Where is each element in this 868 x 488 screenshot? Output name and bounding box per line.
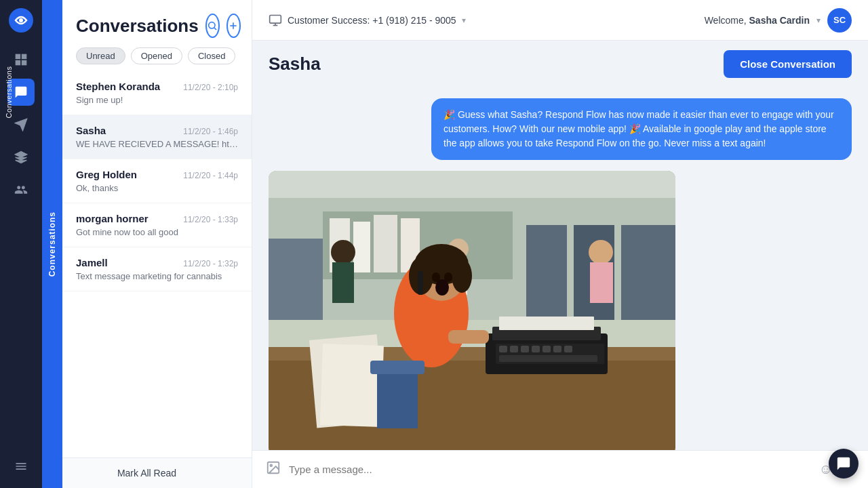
- svg-point-32: [589, 240, 613, 264]
- message-preview: Text message marketing for cannabis: [76, 271, 238, 281]
- svg-rect-51: [521, 346, 529, 352]
- svg-rect-60: [370, 361, 425, 374]
- svg-rect-29: [332, 262, 354, 303]
- message-preview: WE HAVE RECIEVED A MESSAGE! https://app-…: [76, 139, 238, 149]
- message-time: 11/2/20 - 1:46p: [183, 127, 238, 136]
- svg-rect-2: [16, 55, 20, 59]
- svg-rect-61: [377, 374, 418, 428]
- tab-closed[interactable]: Closed: [188, 47, 235, 64]
- user-chevron-icon[interactable]: ▾: [816, 16, 821, 25]
- conversations-header: Conversations: [62, 0, 252, 38]
- monitor-icon: [269, 14, 282, 27]
- message-time: 11/2/20 - 2:10p: [183, 83, 238, 92]
- sidebar-item-layers[interactable]: [7, 144, 35, 171]
- svg-rect-26: [374, 215, 397, 272]
- svg-marker-7: [16, 119, 27, 131]
- conversation-tabs: Unread Opened Closed: [62, 38, 252, 71]
- svg-rect-18: [269, 171, 675, 198]
- message-time: 11/2/20 - 1:33p: [183, 215, 238, 224]
- message-bubble: 🎉 Guess what Sasha? Respond Flow has now…: [431, 98, 852, 160]
- svg-rect-52: [532, 346, 540, 352]
- conversation-item[interactable]: Sasha 11/2/20 - 1:46p WE HAVE RECIEVED A…: [62, 115, 252, 159]
- message-time: 11/2/20 - 1:32p: [183, 259, 238, 268]
- welcome-text: Welcome, Sasha Cardin: [705, 15, 810, 26]
- contact-name: Sasha: [76, 125, 106, 136]
- svg-marker-8: [16, 152, 27, 157]
- svg-rect-33: [590, 262, 613, 303]
- phone-info: Customer Success: +1 (918) 215 - 9005 ▾: [269, 14, 466, 27]
- sidebar-item-conversations[interactable]: Conversations: [7, 79, 35, 106]
- conversations-label: Conversations: [5, 66, 13, 119]
- chat-contact-name: Sasha: [269, 54, 321, 75]
- message-preview: Got mine now too all good: [76, 227, 238, 237]
- welcome-area: Welcome, Sasha Cardin ▾ SC: [705, 8, 852, 33]
- phone-chevron-icon[interactable]: ▾: [462, 16, 466, 25]
- svg-rect-58: [320, 344, 384, 427]
- conversations-vertical-label: Conversations: [47, 211, 57, 277]
- conversation-item[interactable]: Greg Holden 11/2/20 - 1:44p Ok, thanks: [62, 159, 252, 203]
- sidebar-item-people[interactable]: [7, 176, 35, 203]
- contact-name: morgan horner: [76, 213, 149, 224]
- image-attach-icon[interactable]: [266, 460, 281, 479]
- svg-point-40: [452, 259, 472, 293]
- main-chat-area: Customer Success: +1 (918) 215 - 9005 ▾ …: [252, 0, 868, 488]
- svg-rect-5: [22, 61, 26, 65]
- svg-line-10: [214, 28, 216, 30]
- sidebar-item-menu[interactable]: [7, 453, 35, 480]
- phone-label: Customer Success: +1 (918) 215 - 9005: [288, 15, 456, 26]
- message-preview: Ok, thanks: [76, 183, 238, 193]
- chat-messages: 🎉 Guess what Sasha? Respond Flow has now…: [252, 87, 868, 450]
- svg-point-43: [435, 279, 449, 296]
- svg-rect-3: [22, 55, 26, 59]
- app-logo[interactable]: [9, 8, 33, 33]
- sidebar: Conversations: [0, 0, 42, 488]
- conversations-panel: Conversations Conversations Unread Opene…: [42, 0, 252, 488]
- svg-rect-44: [418, 271, 423, 295]
- close-conversation-button[interactable]: Close Conversation: [724, 50, 852, 78]
- conversation-item[interactable]: Jamell 11/2/20 - 1:32p Text message mark…: [62, 247, 252, 291]
- svg-rect-49: [499, 346, 507, 352]
- chat-input-area: ☺: [252, 450, 868, 488]
- conversations-title: Conversations: [76, 16, 199, 37]
- mark-all-read-button[interactable]: Mark All Read: [42, 458, 252, 488]
- svg-rect-53: [542, 346, 551, 352]
- svg-rect-54: [553, 346, 561, 352]
- svg-rect-13: [270, 15, 281, 23]
- svg-rect-56: [499, 355, 597, 362]
- message-preview: Sign me up!: [76, 95, 238, 105]
- conversation-list: Stephen Koranda 11/2/20 - 2:10p Sign me …: [62, 71, 252, 325]
- svg-rect-47: [499, 317, 594, 330]
- conversation-item[interactable]: Stephen Koranda 11/2/20 - 2:10p Sign me …: [62, 71, 252, 115]
- conversation-item[interactable]: morgan horner 11/2/20 - 1:33p Got mine n…: [62, 203, 252, 247]
- top-bar: Customer Success: +1 (918) 215 - 9005 ▾ …: [252, 0, 868, 41]
- svg-point-1: [19, 18, 23, 22]
- tab-opened[interactable]: Opened: [131, 47, 182, 64]
- svg-point-63: [270, 464, 272, 466]
- svg-rect-22: [269, 239, 323, 320]
- svg-rect-4: [16, 61, 20, 65]
- svg-point-28: [331, 240, 355, 264]
- tab-unread[interactable]: Unread: [76, 47, 125, 64]
- contact-name: Stephen Koranda: [76, 81, 160, 92]
- chat-widget-button[interactable]: [829, 449, 859, 479]
- avatar[interactable]: SC: [827, 8, 852, 33]
- svg-rect-25: [353, 222, 370, 272]
- svg-rect-21: [621, 225, 675, 320]
- svg-rect-55: [564, 346, 572, 352]
- svg-rect-50: [510, 346, 518, 352]
- conversations-vertical-bar: Conversations: [42, 0, 62, 488]
- message-input[interactable]: [289, 464, 811, 475]
- svg-rect-59: [448, 330, 489, 344]
- chat-header: Sasha Close Conversation: [252, 41, 868, 87]
- user-name: Sasha Cardin: [749, 15, 810, 26]
- message-time: 11/2/20 - 1:44p: [183, 171, 238, 180]
- contact-name: Jamell: [76, 257, 108, 268]
- search-button[interactable]: [205, 14, 220, 38]
- office-image-svg: [269, 171, 675, 450]
- svg-rect-19: [526, 225, 567, 320]
- contact-name: Greg Holden: [76, 169, 137, 180]
- message-image: [269, 171, 675, 450]
- svg-point-9: [209, 22, 215, 28]
- new-conversation-button[interactable]: [226, 14, 241, 38]
